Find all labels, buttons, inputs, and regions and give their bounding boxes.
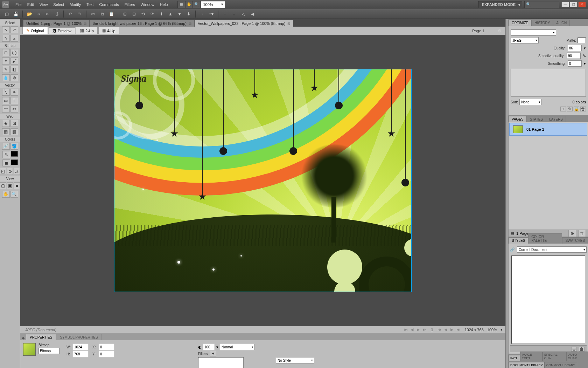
import-icon[interactable]: ⇥ bbox=[35, 10, 42, 18]
smoothing-dropdown-icon[interactable]: ▾ bbox=[584, 61, 586, 66]
blur-tool[interactable]: 💧 bbox=[2, 74, 10, 81]
screen-mode-3[interactable]: ■ bbox=[14, 182, 20, 189]
quality-input[interactable] bbox=[568, 45, 582, 51]
align-top-icon[interactable]: ⫠ bbox=[230, 10, 238, 18]
align-menu-icon[interactable]: ≡▾ bbox=[208, 10, 215, 18]
knife-tool[interactable]: ✂ bbox=[10, 105, 18, 113]
zoom-tool[interactable]: 🔍 bbox=[10, 191, 18, 198]
open-icon[interactable]: 📂 bbox=[26, 10, 33, 18]
crop-tool[interactable]: ⟁ bbox=[10, 35, 18, 42]
edit-color-icon[interactable]: ✎ bbox=[567, 107, 573, 111]
lasso-tool[interactable]: ◯ bbox=[10, 49, 18, 56]
doc-tab-0[interactable]: Untitled-1.png : Page 1 @ 100%⊠ bbox=[23, 20, 90, 27]
play-icon[interactable]: ▶ bbox=[415, 327, 421, 332]
rotate-ccw-icon[interactable]: ⟲ bbox=[139, 10, 147, 18]
width-input[interactable] bbox=[73, 344, 88, 350]
zoom-dropdown-icon[interactable]: ▾ bbox=[500, 327, 503, 332]
brush-tool[interactable]: 🖌 bbox=[10, 57, 18, 64]
prev-page-icon[interactable]: ◀ bbox=[409, 327, 415, 332]
height-input[interactable] bbox=[73, 351, 88, 357]
styles-link-icon[interactable]: 🔗 bbox=[510, 247, 515, 252]
frame-next-icon[interactable]: ▶ bbox=[449, 327, 455, 332]
new-style-button[interactable]: ⊕ bbox=[571, 347, 577, 352]
menu-modify[interactable]: Modify bbox=[67, 1, 84, 8]
text-tool[interactable]: T bbox=[10, 97, 18, 104]
flip-h-icon[interactable]: ◁ bbox=[239, 10, 247, 18]
tab-properties[interactable]: PROPERTIES bbox=[26, 334, 56, 340]
saved-settings-select[interactable] bbox=[511, 29, 556, 36]
stamp-tool[interactable]: ⊛ bbox=[10, 74, 18, 81]
tab-special-chars[interactable]: SPECIAL CHA bbox=[542, 352, 567, 361]
tab-swatches[interactable]: SWATCHES bbox=[562, 237, 588, 244]
save-icon[interactable]: 💾 bbox=[12, 10, 20, 18]
freeform-tool[interactable]: 〰 bbox=[2, 105, 10, 113]
frame-last-icon[interactable]: ⏭ bbox=[455, 327, 461, 332]
styles-list[interactable] bbox=[511, 255, 585, 344]
menu-file[interactable]: File bbox=[13, 1, 24, 8]
fill-color[interactable]: ◼ bbox=[2, 159, 10, 166]
hand-icon[interactable]: ✋ bbox=[185, 1, 193, 8]
edit-selq-icon[interactable]: ✎ bbox=[583, 54, 586, 58]
menu-view[interactable]: View bbox=[37, 1, 51, 8]
close-icon[interactable]: ⊠ bbox=[84, 22, 86, 26]
blend-mode-select[interactable]: Normal bbox=[220, 344, 255, 350]
last-page-icon[interactable]: ⏭ bbox=[422, 327, 427, 332]
styles-scope-select[interactable]: Current Document bbox=[517, 246, 587, 253]
workspace-mode-select[interactable]: EXPANDED MODE bbox=[478, 1, 522, 8]
opacity-dropdown-icon[interactable]: ▾ bbox=[216, 345, 218, 349]
tab-pages[interactable]: PAGES bbox=[509, 116, 527, 122]
delete-color-icon[interactable]: 🗑 bbox=[580, 107, 586, 111]
screen-mode-2[interactable]: ▣ bbox=[7, 182, 13, 189]
ungroup-icon[interactable]: ⊟ bbox=[130, 10, 138, 18]
rotate-cw-icon[interactable]: ⟳ bbox=[148, 10, 156, 18]
format-select[interactable]: JPEG bbox=[511, 37, 539, 43]
new-file-icon[interactable]: ▢ bbox=[3, 10, 10, 18]
status-zoom[interactable]: 100% bbox=[487, 328, 497, 332]
bring-front-icon[interactable]: ⬆ bbox=[158, 10, 165, 18]
panel-collapse-handle[interactable] bbox=[505, 19, 508, 368]
close-icon[interactable]: ⊠ bbox=[189, 22, 191, 26]
close-icon[interactable]: ⊠ bbox=[287, 22, 290, 26]
tab-align[interactable]: ALIGN bbox=[553, 20, 570, 26]
pointer-tool[interactable]: ↖ bbox=[2, 26, 10, 33]
quality-slider-icon[interactable]: ▾ bbox=[584, 46, 586, 50]
filters-list[interactable] bbox=[198, 357, 244, 368]
view-tab-preview[interactable]: 🖼Preview bbox=[49, 27, 75, 34]
page-item[interactable]: 01 Page 1 bbox=[509, 123, 587, 136]
search-input[interactable]: 🔍 bbox=[524, 1, 559, 8]
undo-icon[interactable]: ↶ bbox=[66, 10, 74, 18]
rectangle-tool[interactable]: ▭ bbox=[2, 97, 10, 104]
group-icon[interactable]: ⊞ bbox=[121, 10, 129, 18]
frame-first-icon[interactable]: ⏮ bbox=[436, 327, 442, 332]
canvas[interactable]: Sigma bbox=[114, 69, 412, 292]
selection-name-input[interactable] bbox=[38, 348, 59, 354]
hotspot-tool[interactable]: ◈ bbox=[2, 120, 10, 127]
show-slices-tool[interactable]: ▩ bbox=[10, 128, 18, 135]
window-maximize-button[interactable]: ❐ bbox=[570, 2, 578, 7]
canvas-area[interactable]: Sigma bbox=[20, 35, 505, 326]
swap-colors[interactable]: ⇄ bbox=[14, 168, 20, 175]
delete-style-button[interactable]: 🗑 bbox=[579, 347, 584, 352]
redo-icon[interactable]: ↷ bbox=[76, 10, 83, 18]
eyedropper-tool[interactable]: 💉 bbox=[2, 143, 10, 150]
eraser-tool[interactable]: ◧ bbox=[10, 66, 18, 73]
page-options-icon[interactable]: ▤ bbox=[511, 231, 514, 236]
tab-image-editing[interactable]: IMAGE EDITI bbox=[520, 352, 542, 361]
tab-layers[interactable]: LAYERS bbox=[546, 116, 566, 122]
export-icon[interactable]: ⇤ bbox=[44, 10, 51, 18]
doc-tab-1[interactable]: the-dark-knight-wallpaper-16 : Page 1 @ … bbox=[90, 20, 195, 27]
tab-auto-shapes[interactable]: AUTO SHAP bbox=[567, 352, 588, 361]
matte-swatch[interactable] bbox=[578, 38, 586, 43]
bucket-tool[interactable]: 🪣 bbox=[10, 143, 18, 150]
stroke-swatch[interactable] bbox=[11, 151, 18, 157]
menu-help[interactable]: Help bbox=[157, 1, 171, 8]
paste-icon[interactable]: 📋 bbox=[107, 10, 115, 18]
add-filter-button[interactable]: + bbox=[210, 351, 216, 356]
style-select[interactable]: No Style bbox=[276, 357, 314, 363]
tab-common-library[interactable]: COMMON LIBRARY bbox=[545, 362, 577, 368]
menu-commands[interactable]: Commands bbox=[97, 1, 122, 8]
menu-edit[interactable]: Edit bbox=[24, 1, 37, 8]
tab-symbol-properties[interactable]: SYMBOL PROPERTIES bbox=[56, 334, 102, 340]
pencil-tool[interactable]: ✎ bbox=[2, 66, 10, 73]
page-indicator[interactable]: Page 1 bbox=[472, 29, 495, 33]
